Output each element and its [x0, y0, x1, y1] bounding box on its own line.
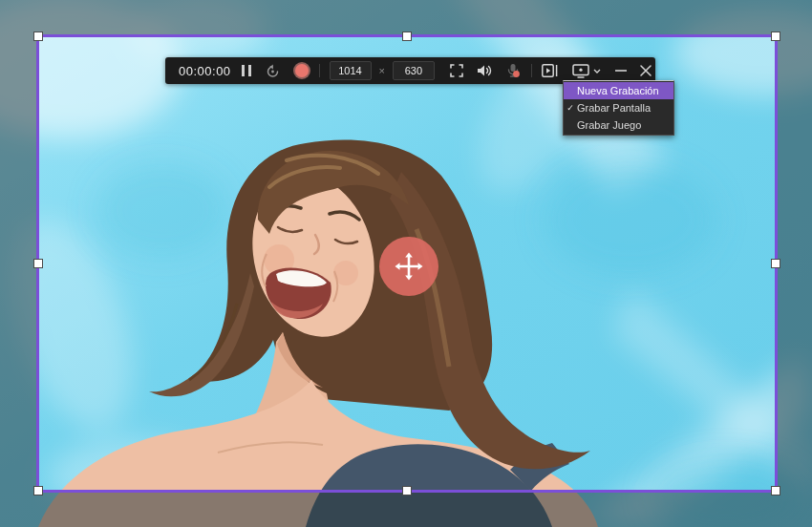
- resize-handle-sw[interactable]: [33, 486, 43, 495]
- resize-handle-e[interactable]: [771, 259, 780, 268]
- menu-item-nueva-grabacion[interactable]: Nueva Grabación: [564, 82, 673, 99]
- menu-item-label: Grabar Juego: [577, 119, 641, 131]
- resize-handle-nw[interactable]: [33, 32, 43, 41]
- toolbar-divider: [319, 64, 320, 77]
- close-icon: [640, 65, 652, 76]
- dimmed-region-right: [776, 36, 812, 491]
- move-selection-button[interactable]: [379, 237, 438, 296]
- dimension-separator: ×: [379, 65, 385, 76]
- fullscreen-icon: [450, 64, 463, 77]
- resize-handle-se[interactable]: [771, 486, 780, 495]
- pause-icon: [242, 65, 251, 76]
- toolbar-divider: [531, 64, 532, 77]
- restart-icon: [266, 64, 280, 78]
- menu-item-label: Grabar Pantalla: [577, 102, 651, 114]
- resize-handle-n[interactable]: [402, 32, 412, 41]
- record-icon: [295, 64, 309, 77]
- speaker-icon: [477, 64, 492, 77]
- minimize-icon: [615, 70, 627, 72]
- capture-width-input[interactable]: [330, 61, 372, 80]
- chevron-down-icon: [593, 69, 601, 74]
- move-icon: [395, 252, 423, 281]
- resize-handle-s[interactable]: [402, 486, 412, 495]
- recording-mode-menu: Nueva Grabación ✓ Grabar Pantalla Grabar…: [563, 80, 674, 136]
- capture-height-input[interactable]: [393, 61, 435, 80]
- record-button[interactable]: [293, 57, 311, 84]
- monitor-icon: [572, 64, 589, 78]
- recording-timer: 00:00:00: [179, 64, 231, 78]
- menu-item-grabar-juego[interactable]: Grabar Juego: [564, 116, 673, 134]
- menu-item-label: Nueva Grabación: [577, 85, 659, 96]
- player-panel-icon: [542, 64, 558, 77]
- dimmed-region-bottom: [0, 491, 812, 527]
- checkmark-icon: ✓: [564, 103, 577, 113]
- microphone-status-dot: [513, 71, 520, 77]
- dimmed-region-left: [0, 36, 38, 491]
- restart-button[interactable]: [265, 57, 282, 84]
- pause-button[interactable]: [239, 57, 256, 84]
- resize-handle-w[interactable]: [33, 259, 43, 268]
- microphone-icon: [505, 63, 521, 78]
- speaker-button[interactable]: [477, 57, 494, 84]
- player-panel-button[interactable]: [541, 57, 559, 84]
- resize-handle-ne[interactable]: [771, 32, 780, 41]
- microphone-button[interactable]: [504, 57, 522, 84]
- fullscreen-button[interactable]: [448, 57, 465, 84]
- screen-recorder-capture-area: 00:00:00 ×: [0, 0, 812, 527]
- menu-item-grabar-pantalla[interactable]: ✓ Grabar Pantalla: [564, 99, 673, 116]
